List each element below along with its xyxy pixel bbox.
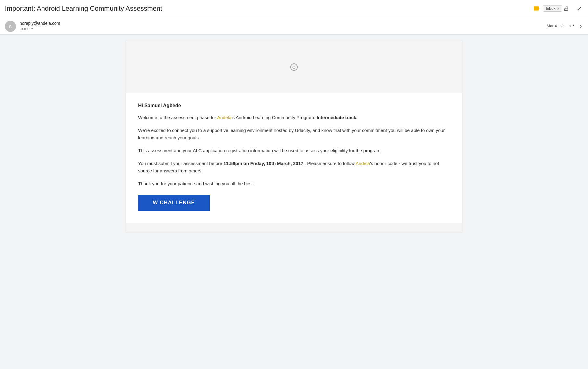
para4-after-bold: . Please ensure to follow [303,161,356,166]
email-date: Mar 4 [547,24,557,28]
sender-info: noreply@andela.com to me [20,21,547,31]
open-in-new-icon: ⤢ [577,5,582,12]
print-button[interactable]: 🖨 [562,4,571,13]
inbox-tag[interactable]: Inbox x [543,5,562,12]
paragraph-3: This assessment and your ALC application… [138,147,450,154]
paragraph-1: Welcome to the assessment phase for Ande… [138,114,450,121]
more-actions-button[interactable]: › [579,21,583,31]
email-card: ⊙ Hi Samuel Agbede Welcome to the assess… [126,41,462,232]
para1-after-link: 's Android Learning Community Program: [232,115,317,120]
andela-link-2[interactable]: Andela [356,161,370,166]
greeting: Hi Samuel Agbede [138,103,450,108]
para4-bold: 11:59pm on Friday, 10th March, 2017 [224,161,303,166]
email-footer-partial [126,223,462,232]
more-icon: › [580,22,582,29]
print-icon: 🖨 [563,5,569,12]
placeholder-symbol: ⊙ [292,65,296,70]
email-content-wrapper: ⊙ Hi Samuel Agbede Welcome to the assess… [15,41,573,232]
open-in-new-button[interactable]: ⤢ [575,4,583,13]
para1-bold: Intermediate track. [317,115,357,120]
challenge-button[interactable]: W CHALLENGE [138,195,210,211]
email-text-body: Hi Samuel Agbede Welcome to the assessme… [126,93,462,223]
sender-email: noreply@andela.com [20,21,547,26]
svg-text:n: n [9,24,12,29]
star-icon[interactable]: ☆ [560,22,565,29]
avatar: n [5,21,16,32]
sender-row: n noreply@andela.com to me Mar 4 ☆ ↩ › [0,17,588,35]
para4-before-bold: You must submit your assessment before [138,161,224,166]
para1-before-link: Welcome to the assessment phase for [138,115,217,120]
email-top-banner: ⊙ [126,41,462,93]
paragraph-4: You must submit your assessment before 1… [138,160,450,175]
paragraph-5: Thank you for your patience and wishing … [138,180,450,187]
inbox-tag-label: Inbox [546,6,556,11]
to-dropdown-arrow[interactable] [31,28,33,29]
label-badge [534,6,539,11]
to-label: to me [20,26,30,31]
inbox-close-icon[interactable]: x [557,6,559,11]
header-actions: 🖨 ⤢ [562,4,583,13]
avatar-icon: n [5,21,16,32]
sender-to-row: to me [20,26,547,31]
email-header: Important: Android Learning Community As… [0,0,588,17]
reply-icon: ↩ [569,22,574,29]
cta-area: W CHALLENGE [138,195,450,211]
andela-link-1[interactable]: Andela [217,115,232,120]
reply-button[interactable]: ↩ [568,21,575,31]
paragraph-2: We're excited to connect you to a suppor… [138,127,450,141]
email-subject: Important: Android Learning Community As… [5,5,530,13]
image-placeholder-icon: ⊙ [290,63,298,71]
email-body-outer: ⊙ Hi Samuel Agbede Welcome to the assess… [0,35,588,239]
label-icon [534,6,539,11]
sender-date-actions: Mar 4 ☆ ↩ › [547,21,583,31]
